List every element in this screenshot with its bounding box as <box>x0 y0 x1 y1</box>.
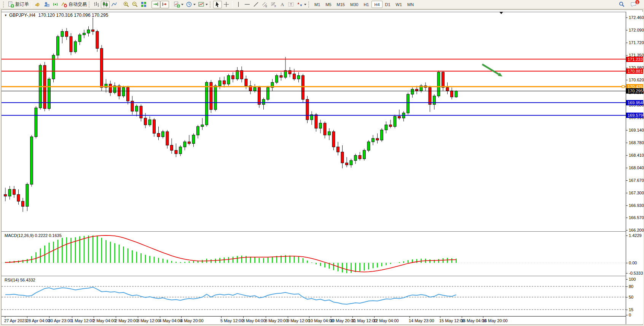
bearish-candle[interactable] <box>389 125 392 126</box>
bullish-candle[interactable] <box>236 70 239 79</box>
tf-h4[interactable]: H4 <box>371 1 382 8</box>
bullish-candle[interactable] <box>8 189 11 196</box>
bearish-candle[interactable] <box>109 84 112 92</box>
bullish-candle[interactable] <box>135 106 138 111</box>
templates-button[interactable] <box>197 1 209 8</box>
bullish-candle[interactable] <box>122 87 125 96</box>
bearish-candle[interactable] <box>258 87 261 105</box>
bearish-candle[interactable] <box>293 74 296 79</box>
bearish-candle[interactable] <box>153 120 156 134</box>
price-chart-pane[interactable] <box>2 12 626 231</box>
bullish-candle[interactable] <box>35 108 37 137</box>
pane-separator-rsi[interactable] <box>2 276 643 276</box>
bearish-candle[interactable] <box>92 30 94 31</box>
candlestick-chart-button[interactable] <box>101 1 110 8</box>
text-button[interactable]: A <box>278 1 287 8</box>
bearish-candle[interactable] <box>442 72 445 87</box>
bearish-candle[interactable] <box>241 70 243 79</box>
bullish-candle[interactable] <box>385 125 387 130</box>
tf-m1[interactable]: M1 <box>312 1 323 8</box>
bearish-candle[interactable] <box>337 147 340 152</box>
tf-mn[interactable]: MN <box>405 1 416 8</box>
bullish-candle[interactable] <box>367 142 370 150</box>
bullish-candle[interactable] <box>381 130 383 140</box>
toolbar-grip[interactable] <box>89 2 91 8</box>
crosshair-button[interactable] <box>222 1 231 8</box>
bearish-candle[interactable] <box>13 189 16 194</box>
bearish-candle[interactable] <box>315 114 317 128</box>
bullish-candle[interactable] <box>52 55 55 79</box>
bullish-candle[interactable] <box>48 79 51 109</box>
bearish-candle[interactable] <box>451 91 453 97</box>
bullish-candle[interactable] <box>162 132 164 137</box>
bullish-candle[interactable] <box>87 30 90 33</box>
bearish-candle[interactable] <box>376 138 379 140</box>
line-handle[interactable] <box>622 86 624 88</box>
toolbar-grip[interactable] <box>3 2 5 8</box>
bearish-candle[interactable] <box>166 132 169 145</box>
bearish-candle[interactable] <box>171 145 173 150</box>
bearish-candle[interactable] <box>127 87 129 101</box>
bearish-candle[interactable] <box>188 142 191 143</box>
bearish-candle[interactable] <box>17 194 20 201</box>
signals-icon[interactable] <box>51 1 60 8</box>
bearish-candle[interactable] <box>22 201 24 206</box>
bullish-candle[interactable] <box>253 87 256 91</box>
periods-button[interactable] <box>185 1 197 8</box>
new-order-button[interactable]: 新订单 <box>6 1 30 8</box>
macd-pane[interactable]: MACD(12,26,9) 0.2222 0.1635 <box>2 232 626 276</box>
bearish-candle[interactable] <box>223 81 226 84</box>
rsi-pane[interactable]: RSI(14) 56.4332 <box>2 276 626 316</box>
bullish-candle[interactable] <box>214 86 217 110</box>
alert-horn-icon[interactable] <box>33 1 42 8</box>
bullish-candle[interactable] <box>262 99 265 104</box>
bullish-candle[interactable] <box>372 138 375 142</box>
bullish-candle[interactable] <box>26 184 29 206</box>
bullish-candle[interactable] <box>394 116 396 127</box>
bullish-candle[interactable] <box>433 96 436 104</box>
bullish-candle[interactable] <box>206 83 208 125</box>
bullish-candle[interactable] <box>437 72 440 96</box>
bullish-candle[interactable] <box>276 76 278 83</box>
dropdown-caret-icon[interactable] <box>304 4 306 5</box>
bearish-candle[interactable] <box>140 106 142 118</box>
bearish-candle[interactable] <box>324 123 326 135</box>
dropdown-caret-icon[interactable] <box>193 4 196 5</box>
bullish-candle[interactable] <box>363 150 366 159</box>
bearish-candle[interactable] <box>346 163 348 165</box>
tf-w1[interactable]: W1 <box>393 1 405 8</box>
bullish-candle[interactable] <box>179 147 182 154</box>
chart-shift-button[interactable] <box>160 1 169 8</box>
bullish-candle[interactable] <box>411 89 414 94</box>
cursor-button[interactable] <box>213 1 222 8</box>
bearish-candle[interactable] <box>302 76 304 100</box>
bullish-candle[interactable] <box>83 33 86 35</box>
vertical-line-button[interactable] <box>234 1 243 8</box>
search-button[interactable] <box>617 1 626 8</box>
tile-windows-button[interactable] <box>139 1 148 8</box>
bearish-candle[interactable] <box>446 87 449 91</box>
toolbar-grip[interactable] <box>308 2 310 8</box>
bearish-candle[interactable] <box>144 118 147 125</box>
bar-chart-button[interactable] <box>92 1 101 8</box>
bearish-candle[interactable] <box>96 32 99 49</box>
trendline-button[interactable] <box>252 1 260 8</box>
fibonacci-button[interactable]: F <box>269 1 278 8</box>
horizontal-line-button[interactable] <box>243 1 252 8</box>
bearish-candle[interactable] <box>359 156 361 159</box>
one-click-trading-toggle-icon[interactable]: ▼ <box>4 14 7 17</box>
tf-h1[interactable]: H1 <box>361 1 371 8</box>
chart-shift-marker[interactable] <box>499 12 503 14</box>
bearish-candle[interactable] <box>416 89 418 91</box>
autotrading-button[interactable]: 自动交易 <box>60 1 88 8</box>
bearish-candle[interactable] <box>232 76 234 79</box>
zoom-out-button[interactable] <box>131 1 139 8</box>
bullish-candle[interactable] <box>74 41 77 52</box>
bullish-candle[interactable] <box>30 137 33 184</box>
bearish-candle[interactable] <box>70 37 72 52</box>
bearish-candle[interactable] <box>245 79 247 86</box>
tf-m30[interactable]: M30 <box>348 1 361 8</box>
bearish-candle[interactable] <box>280 76 282 77</box>
text-label-button[interactable]: T <box>287 1 295 8</box>
price-axis[interactable]: 172.460172.090171.720171.350170.980170.6… <box>626 12 643 324</box>
